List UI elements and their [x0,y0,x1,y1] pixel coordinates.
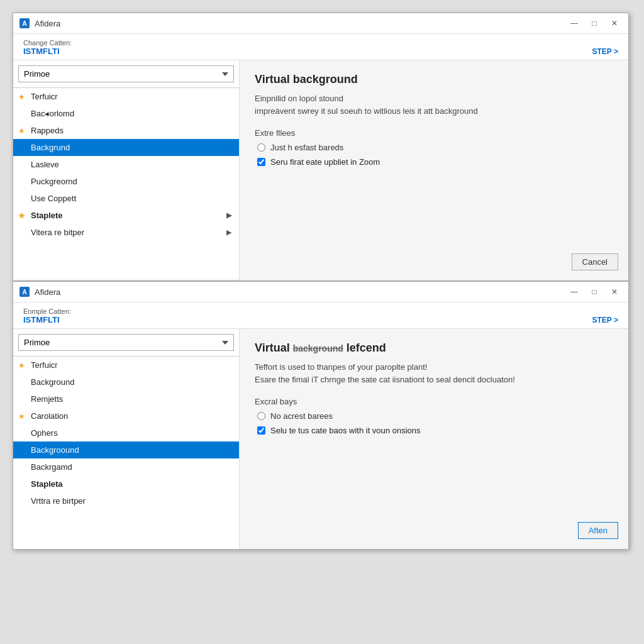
window-title: Afidera [35,287,60,297]
menu-item-ophers[interactable]: Ophers [13,425,239,441]
app-icon: A [19,18,30,28]
extra-files-label: Excral bays [255,397,613,406]
panel-footer: Cancel [572,253,618,270]
window-window2: A Afidera — □ ✕ Enmple Catten: ISTMFLTI … [13,281,629,550]
menu-item-lasleve[interactable]: Lasleve [13,156,239,173]
menu-item-label: Use Coppett [31,194,76,203]
menu-item-label: Backgrund [31,143,70,152]
option-label: Selu te tus cate baos with it voun onsio… [270,426,420,435]
title-bar: A Afidera — □ ✕ [13,13,628,34]
option-row-opt4: Selu te tus cate baos with it voun onsio… [257,426,613,435]
left-panel: Primoe★TerfuicrBac◂orlomd★RappedsBackgru… [13,60,240,280]
star-icon: ★ [18,361,25,370]
menu-item-label: Backgroound [31,445,79,455]
option-label: No acrest barees [270,411,333,421]
menu-item-background2[interactable]: Background [13,374,239,391]
aften-button[interactable]: Aften [578,522,618,539]
menu-item-label: Vrttra re birtper [31,496,86,506]
panel-title: Virtual background [255,73,613,86]
left-panel: Primoe★TerfuicrBackgroundRemjetts★Carola… [13,329,240,549]
window-window1: A Afidera — □ ✕ Change Catten: ISTMFLTI … [13,13,629,281]
menu-item-label: Terfuicr [31,360,58,370]
title-bar-controls: — □ ✕ [567,286,622,298]
window-header: Change Catten: ISTMFLTI STEP > [13,34,628,60]
change-catten-label: Change Catten: [23,39,618,47]
panel-footer: Aften [578,522,618,539]
primoe-dropdown[interactable]: Primoe [18,65,234,82]
menu-item-remjetts[interactable]: Remjetts [13,391,239,408]
dropdown-header: Primoe [13,329,239,357]
maximize-button[interactable]: □ [587,17,602,30]
panel-description: Einpnilid on lopol stound impreàvent swr… [255,92,613,117]
radio-input[interactable] [257,412,265,420]
checkbox-input[interactable] [257,158,265,166]
menu-item-terfuicr[interactable]: ★Terfuicr [13,88,239,105]
radio-input[interactable] [257,143,265,152]
close-button[interactable]: ✕ [607,17,622,30]
checkbox-input[interactable] [257,426,265,435]
menu-item-puckgreornd[interactable]: Puckgreornd [13,173,239,190]
title-bar-controls: — □ ✕ [567,17,622,30]
title-bar-left: A Afidera [19,18,60,28]
window-title: Afidera [35,19,60,28]
menu-item-rappeds[interactable]: ★Rappeds [13,122,239,139]
close-button[interactable]: ✕ [607,286,622,298]
menu-item-label: Backrgamd [31,462,72,472]
menu-item-backgrund[interactable]: Backgrund [13,139,239,156]
istmflti-link[interactable]: ISTMFLTI [23,47,60,56]
option-label: Just h esfast bareds [270,143,343,152]
option-row-opt3: No acrest barees [257,411,613,421]
maximize-button[interactable]: □ [587,286,602,298]
menu-item-label: Background [31,377,74,387]
menu-list: ★TerfuicrBac◂orlomd★RappedsBackgrundLasl… [13,88,239,280]
menu-item-backrgamd[interactable]: Backrgamd [13,458,239,475]
menu-item-vitera-re-bitper[interactable]: Vitera re bitper▶ [13,224,239,241]
menu-item-backgroound[interactable]: Backgroound [13,441,239,458]
menu-item-label: Remjetts [31,394,63,404]
menu-item-stapleta[interactable]: Stapleta [13,475,239,492]
panel-description: Teffort is used to thanpes of your parop… [255,361,613,386]
minimize-button[interactable]: — [567,286,582,298]
istmflti-link[interactable]: ISTMFLTI [23,315,60,325]
change-catten-label: Enmple Catten: [23,308,618,315]
option-row-opt2: Seru firat eate upbliet in Zoom [257,157,613,167]
menu-item-label: Bac◂orlomd [31,109,74,118]
window-body: Primoe★TerfuicrBac◂orlomd★RappedsBackgru… [13,60,628,280]
cancel-button[interactable]: Cancel [572,253,618,270]
menu-item-label: Ophers [31,428,58,438]
app-icon: A [19,287,30,297]
submenu-arrow-icon: ▶ [226,211,231,219]
menu-item-label: Terfuicr [31,92,58,101]
menu-item-label: Carolation [31,411,68,421]
primoe-dropdown[interactable]: Primoe [18,334,234,351]
title-bar-left: A Afidera [19,287,60,297]
star-icon: ★ [18,126,25,135]
minimize-button[interactable]: — [567,17,582,30]
menu-item-carolation[interactable]: ★Carolation [13,408,239,425]
option-label: Seru firat eate upbliet in Zoom [270,157,380,167]
dropdown-header: Primoe [13,60,239,88]
menu-item-label: Vitera re bitper [31,228,84,237]
menu-item-label: Puckgreornd [31,177,77,186]
title-bar: A Afidera — □ ✕ [13,282,628,303]
menu-item-staplete[interactable]: ★Staplete▶ [13,207,239,224]
menu-item-vrtra-re-birtper[interactable]: Vrttra re birtper [13,492,239,509]
star-icon: ★ [18,92,25,101]
menu-item-label: Staplete [31,211,63,220]
star-icon: ★ [18,412,25,421]
menu-item-terfuicr2[interactable]: ★Terfuicr [13,357,239,374]
window-body: Primoe★TerfuicrBackgroundRemjetts★Carola… [13,329,628,549]
panel-title: Virtual background lefcend [255,341,613,355]
menu-list: ★TerfuicrBackgroundRemjetts★CarolationOp… [13,357,239,549]
window-header: Enmple Catten: ISTMFLTI STEP > [13,303,628,329]
option-row-opt1: Just h esfast bareds [257,143,613,152]
menu-item-use-coppett[interactable]: Use Coppett [13,190,239,207]
menu-item-label: Stapleta [31,479,63,489]
extra-files-label: Extre fllees [255,128,613,138]
submenu-arrow-icon: ▶ [226,228,231,236]
menu-item-label: Rappeds [31,126,64,135]
menu-item-bac-orlomd[interactable]: Bac◂orlomd [13,105,239,122]
right-panel: Virtual background lefcendTeffort is use… [240,329,628,549]
step-link[interactable]: STEP > [592,47,618,56]
step-link[interactable]: STEP > [592,316,618,325]
